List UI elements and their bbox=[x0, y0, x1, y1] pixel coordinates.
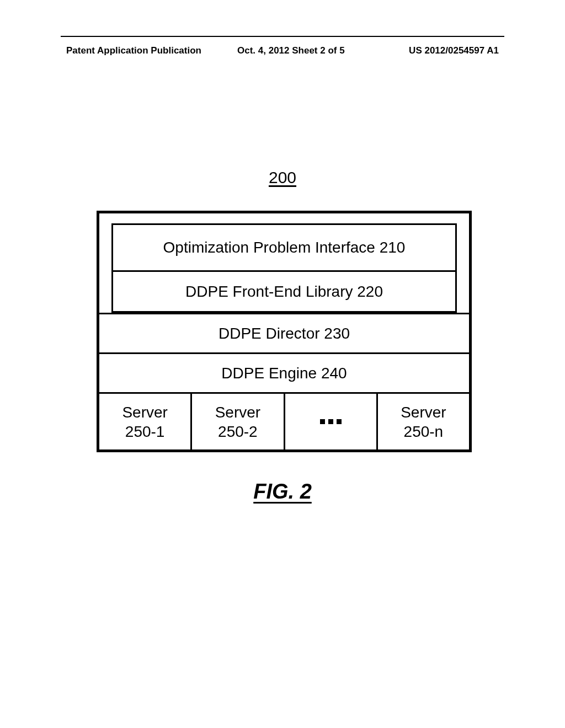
header-left-text: Patent Application Publication bbox=[66, 45, 201, 56]
header-divider bbox=[61, 36, 504, 37]
server-label: Server bbox=[122, 403, 167, 422]
header-right-text: US 2012/0254597 A1 bbox=[409, 45, 499, 56]
server-number: 250-1 bbox=[125, 422, 165, 441]
server-cell-1: Server 250-1 bbox=[99, 394, 192, 449]
server-number: 250-n bbox=[404, 422, 444, 441]
servers-row: Server 250-1 Server 250-2 Server 250-n bbox=[99, 392, 469, 449]
ellipsis-icon bbox=[320, 419, 342, 424]
figure-caption: FIG. 2 bbox=[253, 480, 312, 504]
block-engine: DDPE Engine 240 bbox=[99, 352, 469, 392]
block-director: DDPE Director 230 bbox=[99, 313, 469, 352]
server-label: Server bbox=[401, 403, 446, 422]
block-optimization-interface: Optimization Problem Interface 210 bbox=[111, 223, 457, 272]
block-frontend-library: DDPE Front-End Library 220 bbox=[111, 272, 457, 313]
header-center-text: Oct. 4, 2012 Sheet 2 of 5 bbox=[237, 45, 345, 56]
figure-reference-number: 200 bbox=[269, 168, 296, 187]
system-diagram: Optimization Problem Interface 210 DDPE … bbox=[97, 211, 472, 452]
server-number: 250-2 bbox=[218, 422, 258, 441]
server-cell-n: Server 250-n bbox=[378, 394, 469, 449]
server-label: Server bbox=[215, 403, 260, 422]
server-cell-ellipsis bbox=[285, 394, 378, 449]
server-cell-2: Server 250-2 bbox=[192, 394, 285, 449]
